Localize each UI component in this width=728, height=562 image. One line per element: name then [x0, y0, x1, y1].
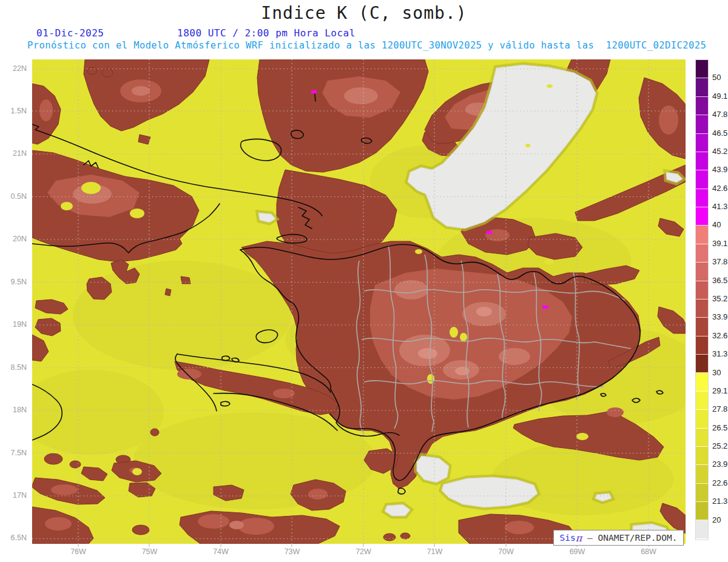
colorbar-segment [696, 336, 708, 355]
colorbar-tick-label: 29.1 [712, 386, 727, 395]
colorbar-tick-label: 35.2 [712, 294, 727, 303]
colorbar-segment [696, 97, 708, 115]
page-title: Indice K (C, somb.) [0, 3, 728, 23]
colorbar-segment [696, 281, 708, 299]
lat-label: 20N [0, 235, 27, 243]
k-index-colorbar: 5049.147.846.545.243.942.641.34039.137.8… [695, 59, 728, 539]
lat-label: 9.5N [0, 278, 27, 286]
lon-label: 75W [136, 547, 163, 556]
colorbar-segment [696, 318, 708, 336]
lat-label: 22N [0, 64, 27, 73]
colorbar-tick-label: 30 [712, 368, 721, 377]
colorbar-tick-label: 42.6 [712, 184, 727, 193]
lat-label: 17N [0, 491, 27, 500]
station-tick [315, 94, 315, 101]
colorbar-tick-label: 22.6 [712, 478, 727, 487]
watermark-badge: Sisπ – ONAMET/REP.DOM. [553, 530, 684, 546]
lon-label: 72W [350, 547, 377, 556]
colorbar-segment [696, 152, 708, 170]
lat-label: 7.5N [0, 449, 27, 457]
lat-label: 19N [0, 320, 27, 329]
colorbar-segment [696, 502, 708, 520]
colorbar-tick-label: 49.1 [712, 92, 727, 101]
colorbar-segment [696, 134, 708, 152]
lon-label: 70W [493, 547, 519, 556]
colorbar-tick-label: 50 [712, 73, 721, 82]
colorbar-tick-label: 39.1 [712, 239, 727, 248]
colorbar-tick-label: 26.5 [712, 423, 727, 432]
colorbar-tick-label: 40 [712, 220, 721, 229]
colorbar-segment [696, 115, 708, 133]
colorbar-segment [696, 355, 708, 373]
colorbar-tick-label: 41.3 [712, 202, 727, 211]
lat-label: 1.5N [0, 107, 27, 115]
pi-icon: π [576, 532, 582, 544]
colorbar-tick-label: 21.3 [712, 497, 727, 506]
colorbar-segment [696, 447, 708, 465]
colorbar-segment [696, 429, 708, 447]
lat-label: 0.5N [0, 192, 27, 201]
lon-label: 73W [279, 547, 306, 556]
colorbar-segment [696, 60, 708, 78]
colorbar-segment [696, 299, 708, 318]
colorbar-segment [696, 263, 708, 281]
colorbar-tick-label: 31.3 [712, 349, 727, 358]
colorbar-segments [695, 59, 709, 540]
lon-label: 74W [207, 547, 234, 556]
colorbar-segment [696, 226, 708, 244]
lon-label: 71W [422, 547, 448, 556]
lon-label: 69W [564, 547, 591, 556]
colorbar-tick-label: 27.8 [712, 404, 727, 413]
colorbar-tick-label: 25.2 [712, 441, 727, 450]
watermark-app-name: Sis [560, 533, 576, 543]
colorbar-tick-label: 33.9 [712, 312, 727, 321]
colorbar-segment [696, 244, 708, 263]
lat-label: 21N [0, 149, 27, 158]
colorbar-segment [696, 170, 708, 189]
colorbar-segment [696, 189, 708, 207]
colorbar-tick-label: 47.8 [712, 110, 727, 119]
lon-label: 76W [65, 547, 92, 556]
colorbar-tick-label: 46.5 [712, 129, 727, 138]
colorbar-segment [696, 373, 708, 391]
colorbar-tick-label: 20 [712, 515, 721, 524]
colorbar-segment [696, 207, 708, 226]
colorbar-segment [696, 484, 708, 502]
valid-date-label: 01-Dic-2025 [36, 27, 104, 39]
k-index-map [0, 0, 728, 562]
colorbar-tick-label: 45.2 [712, 147, 727, 156]
lat-label: 18N [0, 406, 27, 414]
colorbar-tick-label: 36.5 [712, 276, 727, 285]
colorbar-segment [696, 465, 708, 483]
lat-label: 6.5N [0, 534, 27, 542]
lon-label: 68W [635, 547, 662, 556]
lat-label: 8.5N [0, 363, 27, 372]
colorbar-segment [696, 78, 708, 96]
colorbar-segment [696, 410, 708, 428]
watermark-org: ONAMET/REP.DOM. [598, 533, 677, 543]
colorbar-segment [696, 520, 708, 538]
watermark-separator: – [582, 533, 598, 543]
colorbar-tick-label: 37.8 [712, 257, 727, 266]
weather-map-page: { "header": { "title": "Indice K (C, som… [0, 0, 728, 562]
colorbar-tick-label: 32.6 [712, 331, 727, 340]
valid-time-label: 1800 UTC / 2:00 pm Hora Local [177, 27, 356, 39]
colorbar-tick-label: 43.9 [712, 165, 727, 174]
colorbar-segment [696, 392, 708, 410]
colorbar-tick-label: 23.9 [712, 460, 727, 469]
forecast-subtitle: Pronóstico con el Modelo Atmósferico WRF… [27, 40, 707, 51]
